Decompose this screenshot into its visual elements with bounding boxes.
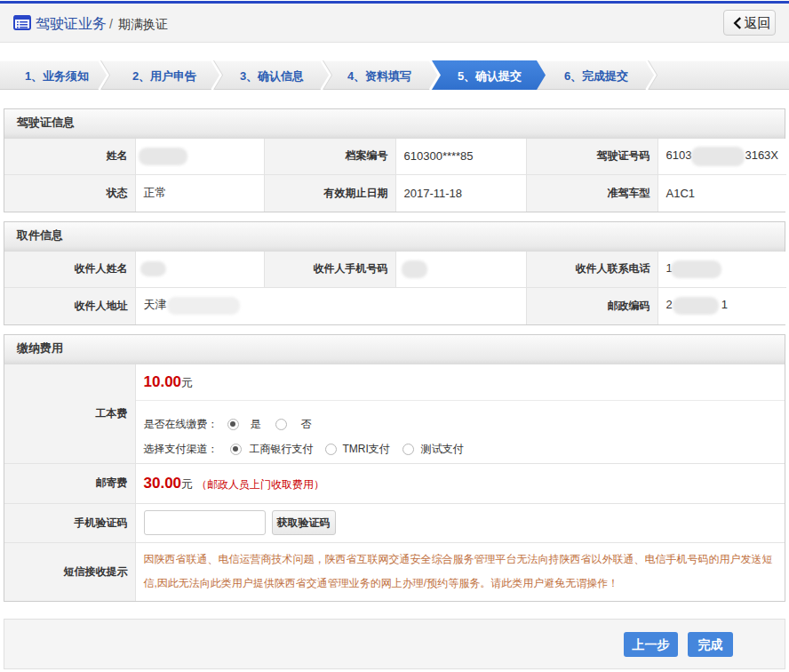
svg-text:3、确认信息: 3、确认信息: [240, 69, 304, 83]
svg-text:1、业务须知: 1、业务须知: [25, 69, 89, 83]
svg-text:2、用户申告: 2、用户申告: [132, 69, 196, 83]
svg-text:5、确认提交: 5、确认提交: [458, 69, 522, 83]
svg-text:4、资料填写: 4、资料填写: [347, 69, 411, 83]
svg-text:6、完成提交: 6、完成提交: [564, 69, 628, 83]
